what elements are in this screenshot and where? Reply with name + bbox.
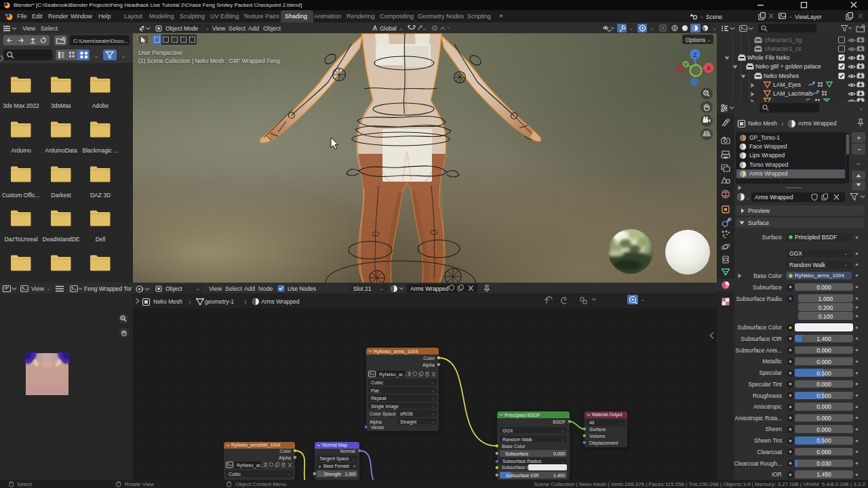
svg-text:Y: Y [684, 62, 687, 68]
svg-text:X: X [707, 65, 711, 72]
svg-text:Z: Z [693, 52, 697, 58]
